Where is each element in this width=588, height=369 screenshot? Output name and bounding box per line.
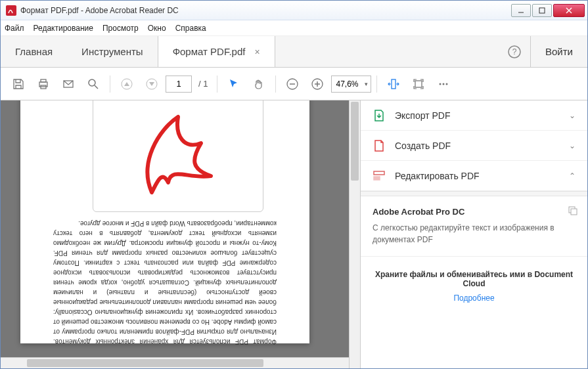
menu-file[interactable]: Файл — [5, 24, 24, 33]
tab-document-label: Формат PDF.pdf — [173, 46, 246, 57]
tab-tools[interactable]: Инструменты — [67, 36, 158, 67]
tab-home[interactable]: Главная — [1, 36, 67, 67]
close-button[interactable] — [553, 4, 585, 17]
page-total: / 1 — [198, 79, 208, 89]
tools-panel: Экспорт PDF ⌄ Создать PDF ⌄ Редактироват… — [360, 100, 587, 368]
edit-icon — [373, 169, 386, 183]
page-input[interactable] — [166, 76, 192, 93]
pro-promo: Adobe Acrobat Pro DC С легкостью редакти… — [361, 196, 587, 257]
document-page: Формат PDF используется для хранения эле… — [20, 100, 309, 343]
svg-line-12 — [95, 85, 98, 89]
svg-point-22 — [439, 83, 441, 85]
export-pdf-label: Экспорт PDF — [395, 110, 569, 121]
email-button[interactable] — [57, 73, 79, 95]
save-button[interactable] — [7, 73, 30, 95]
tab-document[interactable]: Формат PDF.pdf × — [158, 36, 275, 67]
create-pdf-tool[interactable]: Создать PDF ⌄ — [361, 131, 587, 161]
document-area[interactable]: Формат PDF используется для хранения эле… — [1, 100, 360, 368]
svg-rect-20 — [392, 79, 396, 89]
pro-description: С легкостью редактируйте текст и изображ… — [373, 222, 576, 246]
svg-rect-2 — [539, 8, 545, 13]
edit-pdf-label: Редактировать PDF — [395, 171, 569, 181]
svg-text:?: ? — [512, 47, 517, 56]
create-icon — [373, 139, 386, 152]
scrollbar-vertical[interactable] — [349, 100, 360, 368]
svg-point-23 — [442, 83, 444, 85]
titlebar: Формат PDF.pdf - Adobe Acrobat Reader DC — [1, 1, 587, 20]
app-icon — [6, 5, 16, 16]
svg-rect-25 — [374, 171, 384, 175]
export-icon — [373, 109, 386, 122]
svg-point-24 — [445, 83, 447, 85]
edit-pdf-tool[interactable]: Редактировать PDF ⌃ — [361, 161, 587, 191]
maximize-button[interactable] — [532, 4, 552, 17]
cloud-promo: Храните файлы и обменивайтесь ими в Docu… — [361, 257, 587, 316]
menu-view[interactable]: Просмотр — [102, 24, 139, 33]
menu-edit[interactable]: Редактирование — [34, 24, 93, 33]
svg-rect-28 — [571, 209, 577, 215]
menu-help[interactable]: Справка — [175, 24, 206, 33]
fit-page-button[interactable] — [407, 73, 430, 95]
export-pdf-tool[interactable]: Экспорт PDF ⌄ — [361, 100, 587, 131]
pro-title: Adobe Acrobat Pro DC — [373, 207, 576, 217]
tab-row: Главная Инструменты Формат PDF.pdf × ? В… — [1, 36, 587, 68]
prev-page-button[interactable] — [116, 73, 138, 95]
tab-close-icon[interactable]: × — [254, 47, 260, 57]
chevron-down-icon: ⌄ — [569, 111, 576, 120]
hand-tool-button[interactable] — [248, 73, 270, 95]
login-button[interactable]: Войти — [530, 36, 587, 67]
cloud-title: Храните файлы и обменивайтесь ими в Docu… — [373, 270, 576, 288]
svg-point-11 — [89, 79, 95, 86]
cloud-link[interactable]: Подробнее — [373, 293, 576, 303]
minimize-button[interactable] — [511, 4, 531, 17]
zoom-select[interactable]: 47,6% — [331, 76, 371, 93]
select-tool-button[interactable] — [223, 73, 245, 95]
window-title: Формат PDF.pdf - Adobe Acrobat Reader DC — [20, 6, 510, 15]
help-icon: ? — [508, 45, 521, 58]
svg-rect-8 — [41, 79, 46, 82]
fit-width-button[interactable] — [382, 73, 405, 95]
more-tools-button[interactable] — [432, 73, 455, 95]
pdf-logo-image — [93, 100, 263, 212]
chevron-down-icon: ⌄ — [569, 141, 576, 150]
print-button[interactable] — [32, 73, 55, 95]
menubar: Файл Редактирование Просмотр Окно Справк… — [1, 20, 587, 36]
svg-rect-26 — [374, 177, 380, 180]
create-pdf-label: Создать PDF — [395, 141, 569, 151]
svg-rect-21 — [415, 81, 422, 87]
document-text: Формат PDF используется для хранения эле… — [53, 219, 277, 347]
scrollbar-horizontal[interactable] — [1, 357, 349, 368]
zoom-out-button[interactable] — [281, 73, 304, 95]
copy-icon[interactable] — [568, 206, 578, 216]
zoom-in-button[interactable] — [306, 73, 328, 95]
help-button[interactable]: ? — [499, 36, 530, 67]
toolbar: / 1 47,6% — [1, 68, 587, 100]
next-page-button[interactable] — [141, 73, 163, 95]
chevron-up-icon: ⌃ — [569, 171, 576, 181]
search-button[interactable] — [82, 73, 104, 95]
menu-window[interactable]: Окно — [148, 24, 166, 33]
